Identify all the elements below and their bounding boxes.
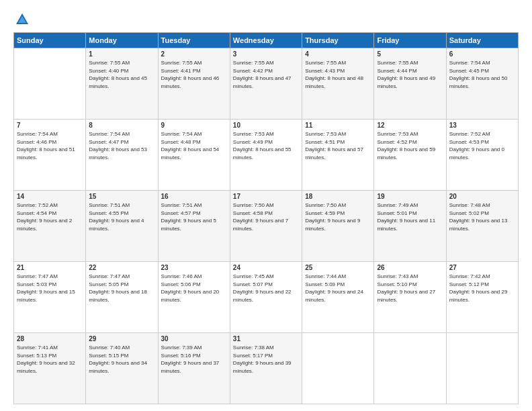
day-number: 22 [89,264,154,271]
day-number: 18 [305,193,371,200]
calendar-cell: 2Sunrise: 7:55 AMSunset: 4:41 PMDaylight… [158,48,230,120]
day-info: Sunrise: 7:42 AMSunset: 5:12 PMDaylight:… [449,273,515,304]
calendar-week-row: 28Sunrise: 7:41 AMSunset: 5:13 PMDayligh… [14,333,519,404]
calendar-week-row: 1Sunrise: 7:55 AMSunset: 4:40 PMDaylight… [14,48,519,120]
calendar-cell: 21Sunrise: 7:47 AMSunset: 5:03 PMDayligh… [14,262,86,333]
day-number: 17 [233,193,299,200]
calendar-cell: 22Sunrise: 7:47 AMSunset: 5:05 PMDayligh… [86,262,158,333]
day-info: Sunrise: 7:55 AMSunset: 4:44 PMDaylight:… [377,59,443,90]
day-info: Sunrise: 7:52 AMSunset: 4:53 PMDaylight:… [449,130,515,161]
day-number: 24 [233,264,299,271]
calendar-cell: 28Sunrise: 7:41 AMSunset: 5:13 PMDayligh… [14,333,86,404]
weekday-header-sunday: Sunday [14,33,86,48]
day-number: 4 [305,50,371,58]
day-info: Sunrise: 7:55 AMSunset: 4:43 PMDaylight:… [305,59,371,90]
day-number: 11 [305,122,371,129]
calendar-cell [374,333,446,404]
day-number: 7 [17,122,83,129]
day-number: 16 [161,193,227,200]
day-info: Sunrise: 7:53 AMSunset: 4:51 PMDaylight:… [305,130,371,161]
calendar-cell: 15Sunrise: 7:51 AMSunset: 4:55 PMDayligh… [86,191,158,262]
day-number: 1 [89,50,154,58]
calendar-cell: 26Sunrise: 7:43 AMSunset: 5:10 PMDayligh… [374,262,446,333]
calendar-cell: 10Sunrise: 7:53 AMSunset: 4:49 PMDayligh… [230,120,302,191]
day-info: Sunrise: 7:51 AMSunset: 4:55 PMDaylight:… [89,201,154,232]
weekday-header-tuesday: Tuesday [158,33,230,48]
calendar-cell [14,48,86,120]
weekday-header-row: SundayMondayTuesdayWednesdayThursdayFrid… [14,33,519,48]
day-number: 3 [233,50,299,58]
weekday-header-saturday: Saturday [446,33,518,48]
day-number: 14 [17,193,83,200]
calendar-cell: 13Sunrise: 7:52 AMSunset: 4:53 PMDayligh… [446,120,518,191]
day-number: 26 [377,264,443,271]
day-number: 5 [377,50,443,58]
day-number: 8 [89,122,154,129]
day-number: 25 [305,264,371,271]
day-number: 13 [449,122,515,129]
day-number: 30 [161,335,227,342]
day-number: 10 [233,122,299,129]
calendar-cell: 31Sunrise: 7:38 AMSunset: 5:17 PMDayligh… [230,333,302,404]
day-info: Sunrise: 7:50 AMSunset: 4:59 PMDaylight:… [305,201,371,232]
calendar-cell: 23Sunrise: 7:46 AMSunset: 5:06 PMDayligh… [158,262,230,333]
calendar-week-row: 7Sunrise: 7:54 AMSunset: 4:46 PMDaylight… [14,120,519,191]
calendar-week-row: 14Sunrise: 7:52 AMSunset: 4:54 PMDayligh… [14,191,519,262]
calendar-cell: 30Sunrise: 7:39 AMSunset: 5:16 PMDayligh… [158,333,230,404]
day-info: Sunrise: 7:49 AMSunset: 5:01 PMDaylight:… [377,201,443,232]
day-info: Sunrise: 7:53 AMSunset: 4:49 PMDaylight:… [233,130,299,161]
day-number: 19 [377,193,443,200]
day-info: Sunrise: 7:51 AMSunset: 4:57 PMDaylight:… [161,201,227,232]
calendar-cell: 19Sunrise: 7:49 AMSunset: 5:01 PMDayligh… [374,191,446,262]
weekday-header-friday: Friday [374,33,446,48]
calendar-cell: 6Sunrise: 7:54 AMSunset: 4:45 PMDaylight… [446,48,518,120]
calendar-cell: 3Sunrise: 7:55 AMSunset: 4:42 PMDaylight… [230,48,302,120]
calendar-cell: 1Sunrise: 7:55 AMSunset: 4:40 PMDaylight… [86,48,158,120]
day-info: Sunrise: 7:55 AMSunset: 4:40 PMDaylight:… [89,59,154,90]
day-info: Sunrise: 7:47 AMSunset: 5:03 PMDaylight:… [17,273,83,304]
day-info: Sunrise: 7:45 AMSunset: 5:07 PMDaylight:… [233,273,299,304]
day-info: Sunrise: 7:46 AMSunset: 5:06 PMDaylight:… [161,273,227,304]
day-info: Sunrise: 7:55 AMSunset: 4:42 PMDaylight:… [233,59,299,90]
calendar-table: SundayMondayTuesdayWednesdayThursdayFrid… [13,32,519,404]
calendar-cell: 8Sunrise: 7:54 AMSunset: 4:47 PMDaylight… [86,120,158,191]
calendar-cell: 27Sunrise: 7:42 AMSunset: 5:12 PMDayligh… [446,262,518,333]
day-info: Sunrise: 7:44 AMSunset: 5:09 PMDaylight:… [305,273,371,304]
day-number: 6 [449,50,515,58]
day-info: Sunrise: 7:52 AMSunset: 4:54 PMDaylight:… [17,201,83,232]
day-number: 9 [161,122,227,129]
day-info: Sunrise: 7:39 AMSunset: 5:16 PMDaylight:… [161,344,227,375]
calendar-cell: 18Sunrise: 7:50 AMSunset: 4:59 PMDayligh… [302,191,374,262]
day-info: Sunrise: 7:47 AMSunset: 5:05 PMDaylight:… [89,273,154,304]
day-number: 20 [449,193,515,200]
calendar-cell: 7Sunrise: 7:54 AMSunset: 4:46 PMDaylight… [14,120,86,191]
day-number: 2 [161,50,227,58]
day-info: Sunrise: 7:38 AMSunset: 5:17 PMDaylight:… [233,344,299,375]
day-info: Sunrise: 7:53 AMSunset: 4:52 PMDaylight:… [377,130,443,161]
calendar-cell: 14Sunrise: 7:52 AMSunset: 4:54 PMDayligh… [14,191,86,262]
header [13,12,519,27]
logo [13,12,30,27]
day-info: Sunrise: 7:54 AMSunset: 4:45 PMDaylight:… [449,59,515,90]
day-info: Sunrise: 7:43 AMSunset: 5:10 PMDaylight:… [377,273,443,304]
calendar-cell [302,333,374,404]
day-number: 21 [17,264,83,271]
calendar-cell [446,333,518,404]
weekday-header-monday: Monday [86,33,158,48]
weekday-header-wednesday: Wednesday [230,33,302,48]
calendar-cell: 20Sunrise: 7:48 AMSunset: 5:02 PMDayligh… [446,191,518,262]
calendar-week-row: 21Sunrise: 7:47 AMSunset: 5:03 PMDayligh… [14,262,519,333]
calendar-cell: 29Sunrise: 7:40 AMSunset: 5:15 PMDayligh… [86,333,158,404]
day-number: 27 [449,264,515,271]
day-number: 29 [89,335,154,342]
day-info: Sunrise: 7:41 AMSunset: 5:13 PMDaylight:… [17,344,83,375]
calendar-cell: 12Sunrise: 7:53 AMSunset: 4:52 PMDayligh… [374,120,446,191]
day-number: 28 [17,335,83,342]
day-info: Sunrise: 7:54 AMSunset: 4:46 PMDaylight:… [17,130,83,161]
calendar-cell: 4Sunrise: 7:55 AMSunset: 4:43 PMDaylight… [302,48,374,120]
weekday-header-thursday: Thursday [302,33,374,48]
day-info: Sunrise: 7:50 AMSunset: 4:58 PMDaylight:… [233,201,299,232]
calendar-cell: 17Sunrise: 7:50 AMSunset: 4:58 PMDayligh… [230,191,302,262]
day-number: 23 [161,264,227,271]
page: SundayMondayTuesdayWednesdayThursdayFrid… [0,0,532,411]
